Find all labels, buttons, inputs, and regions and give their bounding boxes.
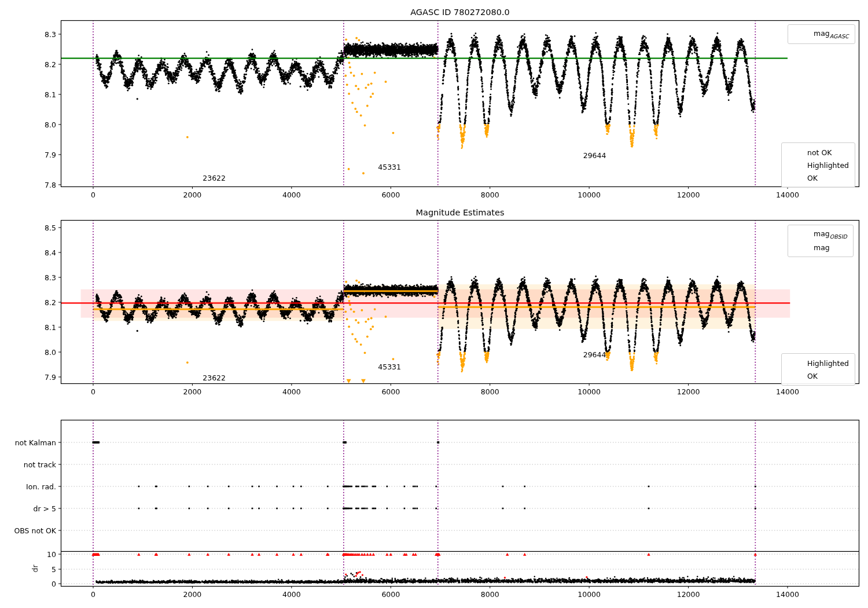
legend-label: magOBSID (814, 229, 847, 240)
y-tick-label: 8.3 (45, 30, 56, 39)
x-tick-label: 4000 (282, 590, 301, 599)
x-tick-label: 10000 (578, 387, 601, 396)
y-tick-label: 8.0 (45, 348, 56, 357)
y-tick-label: 8.4 (45, 248, 56, 257)
y-tick-label: dr > 5 (34, 504, 56, 513)
dr-axis-label: dr (31, 565, 39, 572)
y-tick-label: 8.2 (45, 60, 56, 69)
x-tick-label: 8000 (481, 387, 499, 396)
y-tick-label: 7.8 (45, 181, 56, 189)
obsid-annotation: 23622 (203, 373, 226, 382)
y-tick-label: not Kalman (15, 438, 56, 447)
y-tick-label: 8.1 (45, 323, 56, 332)
y-tick-label: 8.2 (45, 298, 56, 307)
y-tick-label: 5 (52, 565, 56, 574)
legend-mag-agasc: magAGASC (788, 24, 855, 44)
x-tick-label: 2000 (183, 191, 202, 199)
obsid-annotation: 23622 (203, 174, 226, 182)
x-tick-label: 0 (91, 590, 95, 599)
middle-plot-title: Magnitude Estimates (415, 208, 504, 217)
legend-point-classes-top: not OK Highlighted OK (781, 142, 855, 188)
legend-label: OK (807, 372, 818, 380)
y-tick-label: 8.0 (45, 120, 56, 129)
legend-row-ok: OK (786, 171, 849, 184)
x-tick-label: 6000 (381, 191, 400, 199)
x-tick-label: 10000 (578, 191, 601, 199)
obsid-annotation: 29644 (583, 151, 606, 160)
plot-canvas (0, 0, 868, 608)
legend-label: Highlighted (807, 359, 849, 368)
x-tick-label: 12000 (677, 590, 700, 599)
legend-row-mag-obsid: magOBSID (793, 228, 847, 241)
legend-label: mag (814, 243, 830, 252)
legend-label: not OK (807, 148, 832, 157)
legend-point-classes-middle: Highlighted OK (781, 353, 855, 386)
y-tick-label: 0 (52, 580, 56, 588)
x-tick-label: 6000 (381, 590, 400, 599)
x-tick-label: 10000 (578, 590, 601, 599)
y-tick-label: 7.9 (45, 373, 56, 382)
x-tick-label: 8000 (481, 191, 499, 199)
y-tick-label: not track (24, 460, 56, 469)
x-tick-label: 4000 (282, 387, 301, 396)
y-tick-label: 8.1 (45, 90, 56, 99)
x-tick-label: 12000 (677, 387, 700, 396)
x-tick-label: 2000 (183, 387, 202, 396)
x-tick-label: 14000 (776, 387, 799, 396)
obsid-annotation: 29644 (583, 350, 606, 359)
y-tick-label: 8.3 (45, 273, 56, 282)
figure: AGASC ID 780272080.0 Magnitude Estimates… (0, 0, 868, 608)
legend-row-not-ok: not OK (786, 146, 849, 159)
x-tick-label: 4000 (282, 191, 301, 199)
legend-label: magAGASC (814, 29, 849, 39)
y-tick-label: OBS not OK (14, 526, 56, 535)
x-tick-label: 14000 (776, 590, 799, 599)
legend-row-highlighted: Highlighted (786, 159, 849, 171)
legend-label: OK (807, 174, 818, 182)
legend-row-mag-agasc: magAGASC (793, 28, 849, 41)
y-tick-label: 7.9 (45, 151, 56, 159)
x-tick-label: 0 (91, 191, 95, 199)
x-tick-label: 0 (91, 387, 95, 396)
x-tick-label: 6000 (381, 387, 400, 396)
top-plot-title: AGASC ID 780272080.0 (410, 8, 510, 17)
legend-row-highlighted: Highlighted (786, 357, 849, 369)
obsid-annotation: 45331 (378, 362, 401, 371)
x-tick-label: 8000 (481, 590, 499, 599)
x-tick-label: 12000 (677, 191, 700, 199)
legend-mag-lines: magOBSID mag (788, 225, 854, 257)
y-tick-label: Ion. rad. (26, 482, 56, 491)
x-tick-label: 14000 (776, 191, 799, 199)
y-tick-label: 10 (47, 550, 56, 559)
obsid-annotation: 45331 (378, 162, 401, 171)
legend-label: Highlighted (807, 161, 849, 170)
y-tick-label: 8.5 (45, 224, 56, 232)
legend-row-ok: OK (786, 369, 849, 382)
x-tick-label: 2000 (183, 590, 202, 599)
legend-row-mag: mag (793, 241, 847, 254)
